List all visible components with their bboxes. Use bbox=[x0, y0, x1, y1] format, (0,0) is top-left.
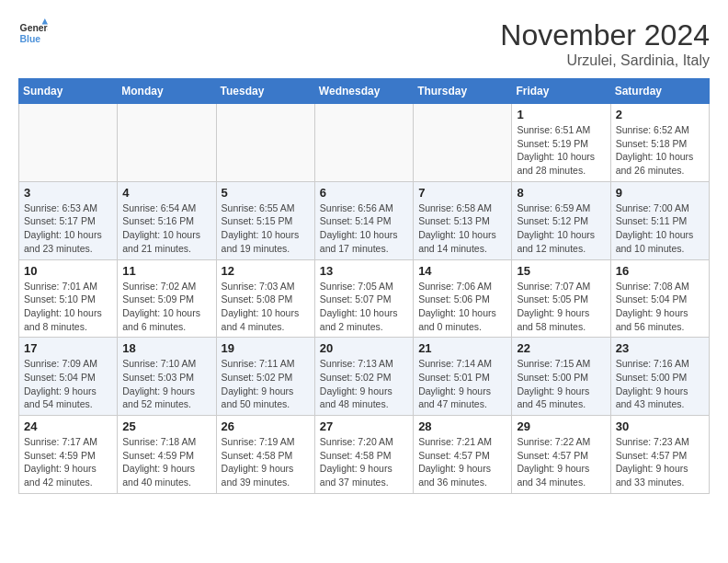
day-number: 29 bbox=[517, 419, 605, 433]
calendar-cell: 28Sunrise: 7:21 AM Sunset: 4:57 PM Dayli… bbox=[414, 416, 512, 494]
day-info: Sunrise: 7:00 AM Sunset: 5:11 PM Dayligh… bbox=[616, 201, 704, 256]
day-number: 21 bbox=[418, 341, 506, 355]
day-info: Sunrise: 6:51 AM Sunset: 5:19 PM Dayligh… bbox=[517, 123, 605, 178]
calendar-header-row: SundayMondayTuesdayWednesdayThursdayFrid… bbox=[19, 79, 710, 104]
day-of-week-header: Monday bbox=[118, 79, 216, 104]
calendar-cell: 5Sunrise: 6:55 AM Sunset: 5:15 PM Daylig… bbox=[216, 181, 314, 259]
calendar-cell: 18Sunrise: 7:10 AM Sunset: 5:03 PM Dayli… bbox=[118, 338, 216, 416]
day-number: 27 bbox=[320, 419, 408, 433]
calendar-cell: 23Sunrise: 7:16 AM Sunset: 5:00 PM Dayli… bbox=[610, 338, 709, 416]
month-title: November 2024 bbox=[500, 18, 710, 52]
day-number: 24 bbox=[24, 419, 112, 433]
day-info: Sunrise: 7:23 AM Sunset: 4:57 PM Dayligh… bbox=[616, 435, 704, 489]
calendar-cell: 15Sunrise: 7:07 AM Sunset: 5:05 PM Dayli… bbox=[512, 259, 610, 338]
day-number: 20 bbox=[320, 341, 408, 355]
calendar-cell: 3Sunrise: 6:53 AM Sunset: 5:17 PM Daylig… bbox=[19, 181, 118, 259]
day-number: 30 bbox=[616, 419, 704, 433]
day-info: Sunrise: 6:59 AM Sunset: 5:12 PM Dayligh… bbox=[517, 201, 605, 256]
day-of-week-header: Wednesday bbox=[314, 79, 413, 104]
day-info: Sunrise: 6:55 AM Sunset: 5:15 PM Dayligh… bbox=[222, 201, 310, 256]
svg-text:General: General bbox=[20, 23, 48, 33]
day-number: 2 bbox=[616, 108, 704, 121]
day-info: Sunrise: 7:05 AM Sunset: 5:07 PM Dayligh… bbox=[320, 280, 408, 334]
day-info: Sunrise: 7:15 AM Sunset: 5:00 PM Dayligh… bbox=[517, 357, 605, 411]
day-number: 16 bbox=[616, 264, 704, 278]
calendar-cell: 17Sunrise: 7:09 AM Sunset: 5:04 PM Dayli… bbox=[19, 338, 118, 416]
calendar-week-row: 3Sunrise: 6:53 AM Sunset: 5:17 PM Daylig… bbox=[19, 181, 710, 259]
calendar-cell: 19Sunrise: 7:11 AM Sunset: 5:02 PM Dayli… bbox=[216, 338, 314, 416]
calendar-cell: 14Sunrise: 7:06 AM Sunset: 5:06 PM Dayli… bbox=[414, 259, 512, 338]
day-number: 11 bbox=[122, 264, 210, 278]
calendar-cell: 1Sunrise: 6:51 AM Sunset: 5:19 PM Daylig… bbox=[512, 104, 610, 182]
day-info: Sunrise: 6:58 AM Sunset: 5:13 PM Dayligh… bbox=[418, 201, 506, 256]
day-info: Sunrise: 7:14 AM Sunset: 5:01 PM Dayligh… bbox=[418, 357, 506, 411]
calendar-cell: 12Sunrise: 7:03 AM Sunset: 5:08 PM Dayli… bbox=[216, 259, 314, 338]
day-number: 8 bbox=[517, 186, 605, 200]
day-number: 18 bbox=[122, 341, 210, 355]
calendar-cell: 24Sunrise: 7:17 AM Sunset: 4:59 PM Dayli… bbox=[19, 416, 118, 494]
day-number: 5 bbox=[222, 186, 310, 200]
calendar-cell: 13Sunrise: 7:05 AM Sunset: 5:07 PM Dayli… bbox=[314, 259, 413, 338]
day-number: 12 bbox=[222, 264, 310, 278]
calendar-cell: 16Sunrise: 7:08 AM Sunset: 5:04 PM Dayli… bbox=[610, 259, 709, 338]
calendar-cell: 29Sunrise: 7:22 AM Sunset: 4:57 PM Dayli… bbox=[512, 416, 610, 494]
day-number: 1 bbox=[517, 108, 605, 121]
calendar-week-row: 17Sunrise: 7:09 AM Sunset: 5:04 PM Dayli… bbox=[19, 338, 710, 416]
calendar-cell: 26Sunrise: 7:19 AM Sunset: 4:58 PM Dayli… bbox=[216, 416, 314, 494]
day-number: 28 bbox=[418, 419, 506, 433]
day-number: 3 bbox=[24, 186, 112, 200]
day-info: Sunrise: 6:54 AM Sunset: 5:16 PM Dayligh… bbox=[122, 201, 210, 256]
calendar-cell: 11Sunrise: 7:02 AM Sunset: 5:09 PM Dayli… bbox=[118, 259, 216, 338]
calendar-cell: 2Sunrise: 6:52 AM Sunset: 5:18 PM Daylig… bbox=[610, 104, 709, 182]
day-number: 14 bbox=[418, 264, 506, 278]
calendar-cell: 30Sunrise: 7:23 AM Sunset: 4:57 PM Dayli… bbox=[610, 416, 709, 494]
logo-icon: General Blue bbox=[18, 18, 48, 48]
day-info: Sunrise: 6:52 AM Sunset: 5:18 PM Dayligh… bbox=[616, 123, 704, 178]
day-info: Sunrise: 7:07 AM Sunset: 5:05 PM Dayligh… bbox=[517, 280, 605, 334]
calendar-cell: 21Sunrise: 7:14 AM Sunset: 5:01 PM Dayli… bbox=[414, 338, 512, 416]
calendar-cell bbox=[414, 104, 512, 182]
calendar-cell: 8Sunrise: 6:59 AM Sunset: 5:12 PM Daylig… bbox=[512, 181, 610, 259]
header: General Blue November 2024 Urzulei, Sard… bbox=[18, 18, 710, 69]
day-number: 17 bbox=[24, 341, 112, 355]
calendar-cell: 7Sunrise: 6:58 AM Sunset: 5:13 PM Daylig… bbox=[414, 181, 512, 259]
day-info: Sunrise: 7:21 AM Sunset: 4:57 PM Dayligh… bbox=[418, 435, 506, 489]
calendar-week-row: 10Sunrise: 7:01 AM Sunset: 5:10 PM Dayli… bbox=[19, 259, 710, 338]
location: Urzulei, Sardinia, Italy bbox=[500, 52, 710, 69]
calendar-cell: 10Sunrise: 7:01 AM Sunset: 5:10 PM Dayli… bbox=[19, 259, 118, 338]
day-of-week-header: Saturday bbox=[610, 79, 709, 104]
day-info: Sunrise: 7:16 AM Sunset: 5:00 PM Dayligh… bbox=[616, 357, 704, 411]
title-area: November 2024 Urzulei, Sardinia, Italy bbox=[500, 18, 710, 69]
day-info: Sunrise: 7:06 AM Sunset: 5:06 PM Dayligh… bbox=[418, 280, 506, 334]
calendar-cell: 9Sunrise: 7:00 AM Sunset: 5:11 PM Daylig… bbox=[610, 181, 709, 259]
calendar-cell: 6Sunrise: 6:56 AM Sunset: 5:14 PM Daylig… bbox=[314, 181, 413, 259]
day-info: Sunrise: 7:11 AM Sunset: 5:02 PM Dayligh… bbox=[222, 357, 310, 411]
calendar-cell: 4Sunrise: 6:54 AM Sunset: 5:16 PM Daylig… bbox=[118, 181, 216, 259]
day-number: 26 bbox=[222, 419, 310, 433]
day-number: 9 bbox=[616, 186, 704, 200]
day-info: Sunrise: 6:56 AM Sunset: 5:14 PM Dayligh… bbox=[320, 201, 408, 256]
day-of-week-header: Tuesday bbox=[216, 79, 314, 104]
day-number: 6 bbox=[320, 186, 408, 200]
day-number: 25 bbox=[122, 419, 210, 433]
svg-marker-2 bbox=[42, 18, 48, 24]
calendar-cell: 27Sunrise: 7:20 AM Sunset: 4:58 PM Dayli… bbox=[314, 416, 413, 494]
day-info: Sunrise: 7:20 AM Sunset: 4:58 PM Dayligh… bbox=[320, 435, 408, 489]
day-info: Sunrise: 7:09 AM Sunset: 5:04 PM Dayligh… bbox=[24, 357, 112, 411]
day-info: Sunrise: 7:17 AM Sunset: 4:59 PM Dayligh… bbox=[24, 435, 112, 489]
calendar-cell bbox=[19, 104, 118, 182]
day-info: Sunrise: 7:13 AM Sunset: 5:02 PM Dayligh… bbox=[320, 357, 408, 411]
logo: General Blue bbox=[18, 18, 48, 48]
day-info: Sunrise: 6:53 AM Sunset: 5:17 PM Dayligh… bbox=[24, 201, 112, 256]
day-number: 13 bbox=[320, 264, 408, 278]
day-info: Sunrise: 7:10 AM Sunset: 5:03 PM Dayligh… bbox=[122, 357, 210, 411]
calendar-cell: 22Sunrise: 7:15 AM Sunset: 5:00 PM Dayli… bbox=[512, 338, 610, 416]
calendar-cell bbox=[216, 104, 314, 182]
day-number: 19 bbox=[222, 341, 310, 355]
day-info: Sunrise: 7:19 AM Sunset: 4:58 PM Dayligh… bbox=[222, 435, 310, 489]
calendar-week-row: 24Sunrise: 7:17 AM Sunset: 4:59 PM Dayli… bbox=[19, 416, 710, 494]
day-number: 10 bbox=[24, 264, 112, 278]
day-info: Sunrise: 7:03 AM Sunset: 5:08 PM Dayligh… bbox=[222, 280, 310, 334]
day-info: Sunrise: 7:01 AM Sunset: 5:10 PM Dayligh… bbox=[24, 280, 112, 334]
day-number: 22 bbox=[517, 341, 605, 355]
